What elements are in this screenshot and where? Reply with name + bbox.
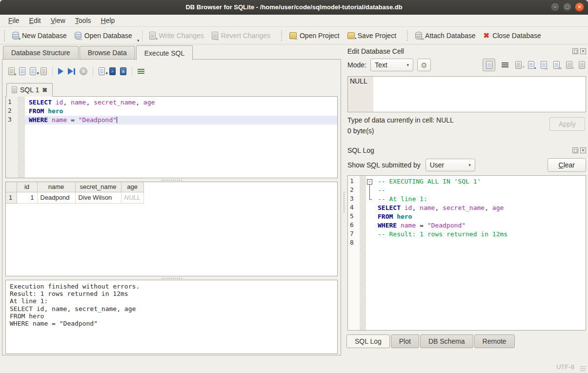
cell-name[interactable]: Deadpond bbox=[37, 192, 75, 203]
print-cell-icon[interactable] bbox=[579, 61, 585, 69]
chevron-down-icon: ▾ bbox=[406, 62, 409, 67]
menu-view[interactable]: View bbox=[46, 16, 70, 25]
revert-changes-button[interactable]: → Revert Changes bbox=[208, 30, 274, 41]
new-database-button[interactable]: + New Database bbox=[8, 30, 71, 41]
word-wrap-icon[interactable] bbox=[502, 62, 509, 68]
row-number[interactable]: 1 bbox=[6, 192, 17, 203]
menu-file[interactable]: File bbox=[4, 16, 24, 25]
column-header-name[interactable]: name bbox=[37, 182, 75, 192]
main-tabbar: Database Structure Browse Data Execute S… bbox=[0, 44, 343, 60]
set-null-icon[interactable]: − bbox=[566, 61, 572, 69]
results-grid[interactable]: id name secret_name age 1 1 Deadpond Div… bbox=[5, 182, 338, 276]
minimize-button[interactable]: − bbox=[550, 2, 560, 12]
statusbar: UTF-8 bbox=[0, 359, 588, 373]
write-changes-button[interactable]: ▪ Write Changes bbox=[145, 30, 207, 41]
auto-switch-mode-button[interactable]: ⚙ bbox=[417, 59, 431, 71]
sql-toolbar: + ▾ ✕ ▾ ⌕ a bbox=[5, 63, 338, 79]
right-pane: Edit Database Cell ✕ Mode: Text ▾ ⚙ ▾ ▪ … bbox=[345, 44, 588, 359]
dock-float-icon[interactable] bbox=[572, 147, 578, 153]
cell-mode-row: Mode: Text ▾ ⚙ ▾ ▪ → ∞ − bbox=[345, 57, 588, 73]
apply-button[interactable]: Apply bbox=[549, 117, 585, 131]
resize-grip[interactable] bbox=[580, 366, 586, 372]
text-mode-button[interactable] bbox=[483, 59, 495, 71]
cell-secret-name[interactable]: Dive Wilson bbox=[75, 192, 121, 203]
filter-label: Show SQL submitted by bbox=[347, 161, 421, 169]
mode-label: Mode: bbox=[347, 61, 366, 69]
sql-log-dock-title: SQL Log ✕ bbox=[345, 145, 588, 156]
execute-sql-panel: + ▾ ✕ ▾ ⌕ a SQL 1 ✖ bbox=[2, 59, 341, 355]
encoding-indicator[interactable]: UTF-8 bbox=[556, 363, 574, 371]
column-header-secret-name[interactable]: secret_name bbox=[75, 182, 121, 192]
clear-log-button[interactable]: Clear bbox=[547, 158, 586, 172]
maximize-button[interactable]: □ bbox=[563, 2, 572, 12]
tab-browse-data[interactable]: Browse Data bbox=[80, 46, 135, 60]
cell-age[interactable]: NULL bbox=[121, 192, 143, 203]
left-pane: Database Structure Browse Data Execute S… bbox=[0, 44, 343, 359]
save-project-icon: ▪ bbox=[347, 32, 355, 39]
open-sql-file-icon[interactable] bbox=[19, 67, 25, 75]
edit-cell-title: Edit Database Cell bbox=[347, 47, 404, 55]
cell-id[interactable]: 1 bbox=[17, 192, 37, 203]
cell-editor-iconstrip: ▾ ▪ → ∞ − bbox=[483, 59, 586, 71]
close-button[interactable]: ✕ bbox=[575, 2, 584, 12]
bottom-dock-tabs: SQL Log Plot DB Schema Remote bbox=[345, 331, 588, 348]
attach-database-button[interactable]: ∞ Attach Database bbox=[411, 30, 480, 41]
cell-value-editor[interactable]: NULL bbox=[347, 76, 586, 112]
column-header-id[interactable]: id bbox=[17, 182, 37, 192]
dock-close-icon[interactable]: ✕ bbox=[580, 48, 586, 54]
sql-log-view[interactable]: 12345678-- EXECUTING ALL IN 'SQL 1'---- … bbox=[347, 175, 586, 331]
close-database-button[interactable]: ✖ Close Database bbox=[480, 30, 545, 41]
execution-message-box[interactable]: Execution finished without errors. Resul… bbox=[5, 280, 338, 354]
gear-icon: ⚙ bbox=[421, 62, 427, 69]
copy-link-icon[interactable]: ∞ bbox=[553, 61, 560, 69]
column-header-age[interactable]: age bbox=[121, 182, 143, 192]
splitter-results-message[interactable] bbox=[5, 276, 338, 280]
save-sql-file-icon[interactable]: ▾ bbox=[30, 67, 36, 75]
results-header-row: id name secret_name age bbox=[6, 182, 143, 192]
tab-db-schema[interactable]: DB Schema bbox=[420, 334, 473, 348]
toolbar-grip[interactable] bbox=[4, 30, 6, 41]
new-database-icon: + bbox=[12, 32, 19, 40]
stop-execution-icon[interactable]: ✕ bbox=[80, 67, 87, 75]
save-project-button[interactable]: ▪ Save Project bbox=[344, 30, 400, 41]
dock-close-icon[interactable]: ✕ bbox=[580, 147, 586, 153]
titlebar: DB Browser for SQLite - /home/user/code/… bbox=[0, 0, 588, 15]
submitter-combobox[interactable]: User ▾ bbox=[426, 159, 475, 171]
tab-remote[interactable]: Remote bbox=[474, 334, 515, 348]
find-icon[interactable]: ⌕ bbox=[109, 67, 116, 75]
toolbar-grip[interactable] bbox=[281, 30, 284, 41]
splitter-editor-results[interactable] bbox=[5, 178, 338, 182]
word-wrap-icon[interactable] bbox=[138, 68, 145, 75]
window-title: DB Browser for SQLite - /home/user/code/… bbox=[0, 3, 588, 11]
print-icon[interactable] bbox=[41, 67, 47, 75]
save-results-icon[interactable]: ▾ bbox=[99, 67, 105, 75]
open-in-editor-icon[interactable]: ▾ bbox=[515, 61, 522, 69]
toolbar-grip[interactable] bbox=[407, 30, 409, 41]
dock-float-icon[interactable] bbox=[572, 48, 578, 54]
sql-log-title: SQL Log bbox=[347, 146, 374, 154]
attach-database-icon: ∞ bbox=[415, 32, 422, 40]
menu-edit[interactable]: Edit bbox=[25, 16, 45, 25]
import-data-icon[interactable]: ▪ bbox=[528, 61, 534, 69]
sql-editor[interactable]: 123SELECT id, name, secret_name, ageFROM… bbox=[5, 96, 338, 178]
open-project-button[interactable]: → Open Project bbox=[285, 30, 344, 41]
cell-value-text: NULL bbox=[350, 77, 367, 85]
sql-file-tabbar: SQL 1 ✖ bbox=[5, 81, 338, 96]
open-database-button[interactable]: → Open Database bbox=[71, 30, 136, 41]
format-sql-icon[interactable]: a bbox=[120, 67, 126, 75]
tab-plot[interactable]: Plot bbox=[391, 334, 419, 348]
sql1-tab[interactable]: SQL 1 ✖ bbox=[6, 83, 53, 97]
export-data-icon[interactable]: → bbox=[541, 61, 547, 69]
execute-current-line-icon[interactable] bbox=[68, 68, 75, 75]
tab-sql-log[interactable]: SQL Log bbox=[346, 334, 390, 348]
menu-tools[interactable]: Tools bbox=[71, 16, 96, 25]
menu-help[interactable]: Help bbox=[97, 16, 120, 25]
open-database-dropdown[interactable]: ▾ bbox=[137, 38, 140, 44]
write-changes-icon: ▪ bbox=[149, 32, 156, 40]
close-sql-tab-icon[interactable]: ✖ bbox=[42, 86, 47, 94]
tab-execute-sql[interactable]: Execute SQL bbox=[136, 45, 193, 60]
execute-all-icon[interactable] bbox=[58, 68, 63, 75]
new-sql-tab-icon[interactable]: + bbox=[8, 67, 15, 75]
mode-combobox[interactable]: Text ▾ bbox=[370, 59, 413, 71]
tab-database-structure[interactable]: Database Structure bbox=[3, 46, 79, 60]
